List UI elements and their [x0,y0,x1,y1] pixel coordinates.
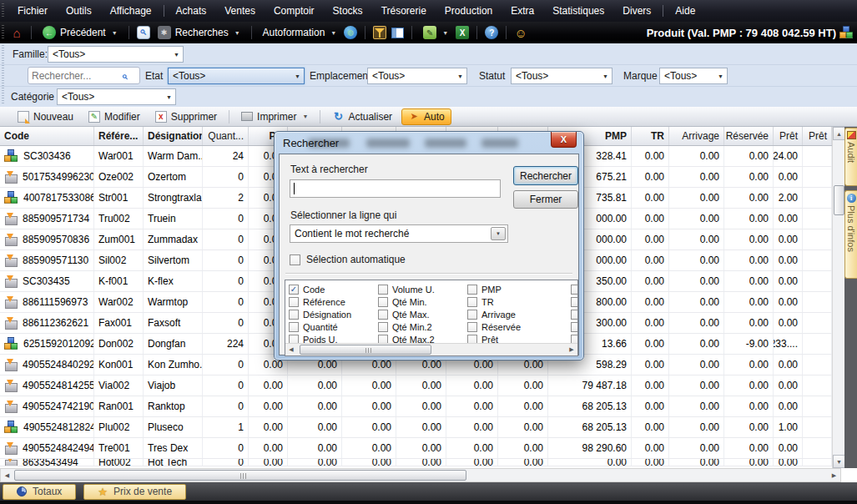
field-checkbox-tr[interactable]: TR [467,295,556,308]
etat-select[interactable]: <Tous> ▼ [168,68,305,84]
table-row[interactable]: 4905524742190Ran001Ranktop00.000.000.000… [0,396,832,417]
chevron-down-icon: ▼ [718,73,723,79]
column-header-Prêt[interactable]: Prêt [774,127,803,145]
nouveau-button[interactable]: Nouveau [12,109,79,124]
column-header-Référe...[interactable]: Référe... [94,127,144,145]
feedback-smiley-icon[interactable]: ☺ [514,26,527,39]
menu-item-statistiques[interactable]: Statistiques [543,0,613,22]
field-checkbox-list[interactable]: ✓CodeRéférenceDésignationQuantitéPoids U… [285,280,578,356]
search-box[interactable]: ⌕ [28,67,140,84]
table-row[interactable]: 4905524842494Tre001Tres Dex00.000.000.00… [0,438,832,459]
tab-plus-infos[interactable]: i Plus d'infos [844,190,857,279]
menu-item-extra[interactable]: Extra [502,0,543,22]
dialog-search-input[interactable] [290,179,501,198]
field-checkbox-qt-min-2[interactable]: Qté Min.2 [378,320,466,333]
modifier-button[interactable]: ✎ Modifier [83,109,146,124]
table-cell: 0.00 [396,417,446,437]
scroll-right-button[interactable]: ▶ [567,344,577,355]
globe-icon[interactable]: ◍ [344,26,357,39]
match-mode-select[interactable]: Contient le mot recherché ▼ [290,224,508,243]
field-checkbox-r-f-rence[interactable]: Référence [289,295,377,308]
table-cell: 0.00 [498,417,548,437]
column-header-Code[interactable]: Code [0,127,94,145]
column-header-Prêt[interactable]: Prêt [803,127,832,145]
horizontal-scrollbar[interactable]: ◀ ▶ [0,468,841,482]
list-horizontal-scrollbar[interactable]: ◀ ▶ [285,343,577,355]
column-header-Réservée[interactable]: Réservée [724,127,774,145]
field-checkbox-arrivage[interactable]: Arrivage [467,308,556,320]
column-header-Arrivage[interactable]: Arrivage [669,127,724,145]
table-row[interactable]: 4905524812824Plu002Pluseco10.000.000.000… [0,417,832,438]
emplacement-select[interactable]: <Tous> ▼ [367,68,467,84]
menu-item-divers[interactable]: Divers [613,0,660,22]
field-checkbox-volume-u-[interactable]: Volume U. [378,283,466,295]
scroll-right-button[interactable]: ▶ [828,469,840,481]
table-cell: Oze002 [94,167,144,187]
statut-select[interactable]: <Tous> ▼ [511,68,613,84]
field-checkbox-d-signation[interactable]: Désignation [289,308,377,320]
menu-item-comptoir[interactable]: Comptoir [265,0,324,22]
search-icon[interactable]: ⌕ [122,70,128,82]
scroll-left-button[interactable]: ◀ [286,344,296,355]
auto-select-checkbox[interactable]: Sélection automatique [290,254,406,265]
field-checkbox[interactable] [571,320,578,333]
column-header-Désignation[interactable]: Désignation [144,127,203,145]
field-checkbox[interactable] [571,295,578,308]
actualiser-button[interactable]: ↻ Actualiser [326,109,398,124]
menu-item-achats[interactable]: Achats [167,0,216,22]
field-checkbox[interactable] [571,308,578,320]
scroll-up-button[interactable]: ▲ [833,127,845,140]
column-header-TR[interactable]: TR [632,127,669,145]
auto-arrow-icon: ➤ [408,111,420,123]
table-row[interactable]: 4905524814255Via002Viajob00.000.000.000.… [0,375,832,396]
menu-item-ventes[interactable]: Ventes [215,0,265,22]
vertical-scroll-thumb[interactable] [834,185,844,215]
notes-button[interactable]: ✎ ▼ [420,24,451,41]
fermer-button[interactable]: Fermer [513,190,578,209]
column-header-Quant...[interactable]: Quant... [203,127,249,145]
excel-export-icon[interactable]: X [456,26,469,39]
menu-item-production[interactable]: Production [436,0,502,22]
field-checkbox-code[interactable]: ✓Code [289,283,377,295]
field-checkbox-quantit-[interactable]: Quantité [289,320,377,333]
dialog-close-button[interactable]: X [551,132,577,148]
menu-item-trésorerie[interactable]: Trésorerie [372,0,436,22]
table-row[interactable]: 8633543494Hot002Hot Tech00.000.000.000.0… [0,459,832,466]
columns-button[interactable] [391,26,404,39]
vertical-scrollbar[interactable]: ▲ ▼ [832,127,844,468]
menu-item-aide[interactable]: Aide [666,0,704,22]
tab-totaux[interactable]: Totaux [3,484,76,500]
tab-audit[interactable]: Audit [844,128,857,186]
field-checkbox-pmp[interactable]: PMP [467,283,556,295]
autoformation-button[interactable]: Autoformation ▼ [260,25,340,40]
filter-toggle-button[interactable] [373,26,386,39]
precedent-button[interactable]: ← Précédent ▼ [39,24,121,41]
menu-item-fichier[interactable]: Fichier [8,0,57,22]
auto-button[interactable]: ➤ Auto [401,108,451,125]
field-checkbox-qt-max-[interactable]: Qté Max. [378,308,466,320]
search-document-icon[interactable]: 🔍︎ [137,26,150,39]
menu-item-outils[interactable]: Outils [57,0,101,22]
categorie-select[interactable]: <Tous> ▼ [57,88,176,105]
home-icon[interactable]: ⌂ [10,26,23,39]
rechercher-button[interactable]: Rechercher [513,166,578,185]
dialog-title-bar[interactable]: Rechercher [275,132,583,154]
tab-prix-de-vente[interactable]: ★ Prix de vente [83,484,186,500]
imprimer-button[interactable]: Imprimer ▼ [235,109,314,124]
field-checkbox[interactable] [571,283,578,295]
scroll-down-button[interactable]: ▼ [833,455,845,468]
field-checkbox-qt-min-[interactable]: Qté Min. [378,295,466,308]
menu-item-affichage[interactable]: Affichage [101,0,161,22]
help-icon[interactable]: ? [485,26,498,39]
funnel-icon [375,28,385,38]
search-input[interactable] [32,70,122,82]
supprimer-button[interactable]: x Supprimer [149,109,223,124]
list-scroll-thumb[interactable] [300,345,431,355]
field-checkbox-r-serv-e[interactable]: Réservée [467,320,556,333]
famille-select[interactable]: <Tous> ▼ [48,46,184,63]
horizontal-scroll-thumb[interactable] [14,470,466,481]
menu-item-stocks[interactable]: Stocks [324,0,372,22]
scroll-left-button[interactable]: ◀ [1,469,13,481]
recherches-button[interactable]: ✱ Recherches ▼ [154,24,244,41]
marque-select[interactable]: <Tous> ▼ [659,68,728,84]
